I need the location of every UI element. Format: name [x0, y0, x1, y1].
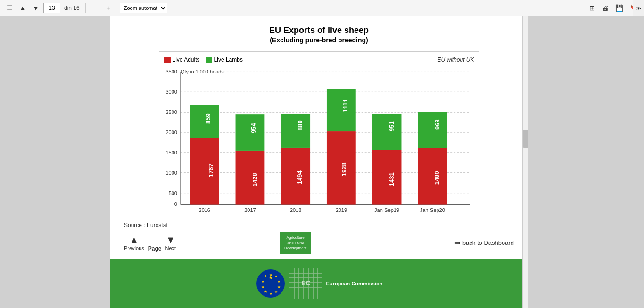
page-body: EU Exports of live sheep (Excluding pure… — [110, 16, 528, 228]
legend-adults-label: Live Adults — [173, 57, 200, 63]
scroll-up-button[interactable]: ▲ — [17, 2, 28, 14]
source-text: Source : Eurostat — [124, 222, 514, 228]
svg-text:2017: 2017 — [244, 207, 256, 213]
svg-text:★: ★ — [261, 279, 264, 284]
zoom-container: Zoom automat 50% 75% 100% 125% 150% 200% — [120, 3, 167, 13]
svg-text:1480: 1480 — [433, 171, 440, 185]
ec-building-icon: EC — [289, 268, 322, 299]
svg-text:★: ★ — [269, 273, 272, 277]
svg-text:500: 500 — [168, 190, 177, 196]
zoom-select[interactable]: Zoom automat 50% 75% 100% 125% 150% 200% — [120, 3, 167, 13]
main-area: EU Exports of live sheep (Excluding pure… — [0, 16, 644, 308]
prev-page-button[interactable]: ▲ Previous — [124, 235, 144, 251]
bar-jansep20-lambs — [418, 112, 447, 148]
svg-text:1000: 1000 — [165, 170, 177, 176]
bar-2016-adults — [190, 138, 219, 205]
right-margin — [528, 16, 644, 308]
svg-text:Jan-Sep19: Jan-Sep19 — [374, 207, 399, 213]
left-margin — [0, 16, 110, 308]
svg-text:★: ★ — [264, 290, 267, 294]
svg-text:Jan-Sep20: Jan-Sep20 — [420, 207, 445, 213]
agri-badge-text: Agricultureand RuralDevelopment — [284, 235, 306, 250]
sidebar-toggle-button[interactable]: ☰ — [4, 2, 15, 14]
svg-text:1111: 1111 — [341, 99, 348, 113]
legend-lambs: Live Lambs — [206, 57, 243, 63]
page-total: din 16 — [64, 5, 80, 11]
bar-jansep19-adults — [372, 150, 401, 205]
svg-text:2019: 2019 — [335, 207, 347, 213]
scroll-down-button[interactable]: ▼ — [30, 2, 41, 14]
page-number-input[interactable]: 13 — [43, 3, 60, 13]
svg-text:0: 0 — [174, 201, 177, 207]
back-dashboard-label: back to Dashboard — [462, 239, 514, 246]
bar-jansep20-adults — [418, 148, 447, 205]
toolbar: ☰ ▲ ▼ 13 din 16 − + Zoom automat 50% 75%… — [0, 0, 644, 16]
green-footer: ★ ★ ★ ★ ★ ★ ★ ★ ★ ★ — [110, 259, 528, 308]
eu-note: EU without UK — [437, 57, 474, 63]
svg-text:2000: 2000 — [165, 130, 177, 135]
eu-commission-text: European Commission — [326, 281, 383, 286]
svg-text:★: ★ — [277, 279, 280, 284]
page-middle-label: Page — [148, 245, 162, 252]
svg-text:3500: 3500 — [165, 69, 177, 74]
scrollbar-thumb[interactable] — [523, 130, 528, 148]
chart-legend: Live Adults Live Lambs EU without UK — [164, 57, 474, 63]
svg-text:★: ★ — [269, 292, 272, 296]
svg-text:2018: 2018 — [289, 207, 301, 213]
bar-2018-lambs — [281, 114, 310, 148]
toolbar-right: ⊞ 🖨 💾 🔖 — [586, 2, 640, 14]
svg-text:954: 954 — [250, 122, 257, 133]
legend-adults-color — [164, 57, 171, 63]
svg-text:968: 968 — [434, 119, 441, 130]
next-label: Next — [165, 245, 176, 251]
legend-lambs-label: Live Lambs — [214, 57, 243, 63]
svg-text:1428: 1428 — [251, 173, 258, 186]
zoom-out-button[interactable]: − — [90, 2, 101, 14]
chart-subtitle: (Excluding pure-bred breeding) — [124, 36, 514, 44]
eu-commission-logo: ★ ★ ★ ★ ★ ★ ★ ★ ★ ★ — [256, 268, 383, 299]
svg-text:★: ★ — [274, 274, 277, 278]
navigation-area: ▲ Previous Page ▼ Next Agricultureand Ru… — [110, 228, 528, 259]
svg-text:EC: EC — [301, 279, 310, 287]
prev-label: Previous — [124, 245, 144, 251]
bar-jansep19-lambs — [372, 114, 401, 150]
bar-chart: 3500 3000 2500 2000 1500 1000 500 0 Qty … — [164, 67, 474, 213]
svg-text:1928: 1928 — [340, 162, 347, 176]
present-button[interactable]: ⊞ — [586, 2, 598, 14]
svg-text:951: 951 — [388, 121, 395, 131]
page-content-area: EU Exports of live sheep (Excluding pure… — [110, 16, 528, 308]
svg-text:1431: 1431 — [388, 172, 395, 186]
print-button[interactable]: 🖨 — [600, 2, 611, 14]
svg-text:★: ★ — [274, 290, 277, 294]
svg-text:2016: 2016 — [198, 207, 210, 213]
legend-lambs-color — [206, 57, 212, 63]
svg-text:859: 859 — [204, 113, 211, 124]
svg-text:1494: 1494 — [296, 170, 303, 185]
agri-badge: Agricultureand RuralDevelopment — [280, 232, 311, 254]
expand-panel-button[interactable]: ≫ — [633, 0, 644, 16]
chart-wrapper: Live Adults Live Lambs EU without UK 350… — [159, 51, 479, 218]
legend-adults: Live Adults — [164, 57, 200, 63]
scrollbar-track[interactable] — [522, 16, 528, 308]
next-page-button[interactable]: ▼ Next — [165, 235, 176, 251]
next-arrow-icon: ▼ — [166, 235, 175, 245]
bar-2017-adults — [235, 151, 264, 205]
svg-text:889: 889 — [297, 120, 304, 130]
svg-text:1767: 1767 — [207, 163, 214, 177]
zoom-in-button[interactable]: + — [103, 2, 114, 14]
svg-text:★: ★ — [277, 285, 280, 289]
svg-text:2500: 2500 — [165, 109, 177, 115]
chart-title: EU Exports of live sheep — [124, 25, 514, 35]
svg-text:3000: 3000 — [165, 89, 177, 95]
svg-text:1500: 1500 — [165, 150, 177, 155]
back-dashboard-button[interactable]: ➡ back to Dashboard — [454, 238, 514, 247]
separator-1 — [85, 3, 86, 13]
svg-text:★: ★ — [261, 285, 264, 289]
save-button[interactable]: 💾 — [613, 2, 626, 14]
back-arrow-icon: ➡ — [454, 238, 461, 247]
prev-arrow-icon: ▲ — [130, 235, 139, 245]
svg-text:★: ★ — [264, 274, 267, 278]
eu-flag-icon: ★ ★ ★ ★ ★ ★ ★ ★ ★ ★ — [256, 268, 286, 299]
